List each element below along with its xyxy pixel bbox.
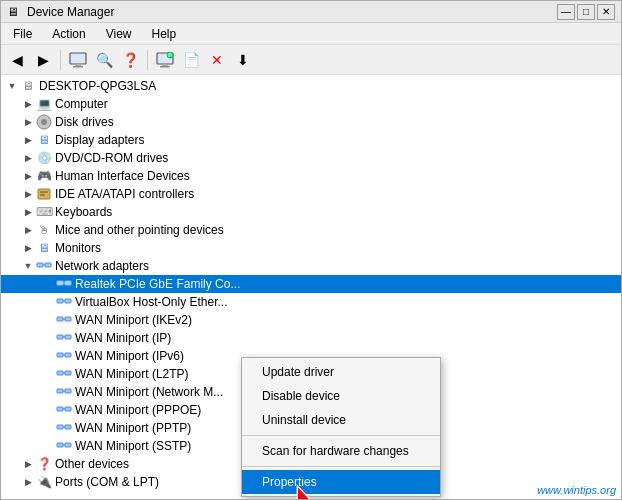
- ctx-separator-2: [242, 466, 440, 467]
- title-bar-controls: — □ ✕: [557, 4, 615, 20]
- menu-view[interactable]: View: [98, 25, 140, 43]
- disk-icon: [36, 114, 52, 130]
- no-expand: [41, 277, 55, 291]
- expand-root[interactable]: ▼: [5, 79, 19, 93]
- item-label: WAN Miniport (SSTP): [75, 439, 191, 453]
- svg-rect-22: [57, 317, 63, 321]
- item-label: WAN Miniport (Network M...: [75, 385, 223, 399]
- ctx-scan-changes[interactable]: Scan for hardware changes: [242, 439, 440, 463]
- item-label: Keyboards: [55, 205, 112, 219]
- item-label: VirtualBox Host-Only Ether...: [75, 295, 228, 309]
- toolbar-separator-2: [147, 50, 148, 70]
- item-label: Disk drives: [55, 115, 114, 129]
- tree-item[interactable]: ▶ 💿 DVD/CD-ROM drives: [1, 149, 621, 167]
- ctx-disable-device[interactable]: Disable device: [242, 384, 440, 408]
- expand-hid[interactable]: ▶: [21, 169, 35, 183]
- tree-root[interactable]: ▼ 🖥 DESKTOP-QPG3LSA: [1, 77, 621, 95]
- monitor-button[interactable]: +: [153, 48, 177, 72]
- main-content: ▼ 🖥 DESKTOP-QPG3LSA ▶ 💻 Computer ▶ Disk …: [1, 75, 621, 499]
- tree-item[interactable]: VirtualBox Host-Only Ether...: [1, 293, 621, 311]
- tree-item[interactable]: ▶ 🖱 Mice and other pointing devices: [1, 221, 621, 239]
- tree-item[interactable]: ▶ IDE ATA/ATAPI controllers: [1, 185, 621, 203]
- svg-rect-35: [65, 389, 71, 393]
- item-label: WAN Miniport (L2TP): [75, 367, 189, 381]
- item-label: WAN Miniport (PPTP): [75, 421, 191, 435]
- menu-file[interactable]: File: [5, 25, 40, 43]
- ctx-uninstall-device[interactable]: Uninstall device: [242, 408, 440, 432]
- computer-icon: 💻: [36, 96, 52, 112]
- close-button[interactable]: ✕: [597, 4, 615, 20]
- item-label: Computer: [55, 97, 108, 111]
- tree-item[interactable]: ▶ ⌨ Keyboards: [1, 203, 621, 221]
- mouse-icon: 🖱: [36, 222, 52, 238]
- wan-icon: [56, 420, 72, 436]
- forward-button[interactable]: ▶: [31, 48, 55, 72]
- item-label: Network adapters: [55, 259, 149, 273]
- tree-item[interactable]: ▼ Network adapters: [1, 257, 621, 275]
- computer-icon: 🖥: [20, 78, 36, 94]
- menu-action[interactable]: Action: [44, 25, 93, 43]
- other-icon: ❓: [36, 456, 52, 472]
- item-label: WAN Miniport (IKEv2): [75, 313, 192, 327]
- expand-monitors[interactable]: ▶: [21, 241, 35, 255]
- tree-item[interactable]: WAN Miniport (IKEv2): [1, 311, 621, 329]
- ctx-separator-1: [242, 435, 440, 436]
- svg-rect-0: [70, 53, 86, 64]
- back-button[interactable]: ◀: [5, 48, 29, 72]
- toolbar: ◀ ▶ 🔍 ❓ + 📄 ✕ ⬇: [1, 45, 621, 75]
- tree-item[interactable]: ▶ 🖥 Monitors: [1, 239, 621, 257]
- wan-icon: [56, 438, 72, 454]
- svg-rect-4: [162, 64, 168, 66]
- item-label: Other devices: [55, 457, 129, 471]
- help-button[interactable]: ❓: [118, 48, 142, 72]
- tree-item[interactable]: ▶ Disk drives: [1, 113, 621, 131]
- maximize-button[interactable]: □: [577, 4, 595, 20]
- wan-icon: [56, 366, 72, 382]
- expand-dvd[interactable]: ▶: [21, 151, 35, 165]
- item-label: Mice and other pointing devices: [55, 223, 224, 237]
- menu-help[interactable]: Help: [144, 25, 185, 43]
- keyboard-icon: ⌨: [36, 204, 52, 220]
- ctx-update-driver[interactable]: Update driver: [242, 360, 440, 384]
- svg-rect-31: [57, 371, 63, 375]
- computer-button[interactable]: [66, 48, 90, 72]
- tree-item[interactable]: ▶ 🎮 Human Interface Devices: [1, 167, 621, 185]
- search-button[interactable]: 🔍: [92, 48, 116, 72]
- item-label: WAN Miniport (IPv6): [75, 349, 184, 363]
- expand-network[interactable]: ▼: [21, 259, 35, 273]
- svg-rect-16: [57, 281, 63, 285]
- tree-item[interactable]: ▶ 💻 Computer: [1, 95, 621, 113]
- minimize-button[interactable]: —: [557, 4, 575, 20]
- title-bar-icon: 🖥: [7, 5, 21, 19]
- svg-rect-43: [57, 443, 63, 447]
- expand-display[interactable]: ▶: [21, 133, 35, 147]
- ide-icon: [36, 186, 52, 202]
- svg-rect-11: [40, 191, 48, 193]
- display-icon: 🖥: [36, 132, 52, 148]
- expand-ide[interactable]: ▶: [21, 187, 35, 201]
- expand-keyboard[interactable]: ▶: [21, 205, 35, 219]
- item-label: Human Interface Devices: [55, 169, 190, 183]
- svg-rect-19: [57, 299, 63, 303]
- svg-rect-12: [40, 194, 45, 196]
- expand-disk[interactable]: ▶: [21, 115, 35, 129]
- download-button[interactable]: ⬇: [231, 48, 255, 72]
- document-button[interactable]: 📄: [179, 48, 203, 72]
- svg-rect-5: [160, 66, 170, 68]
- network-icon: [36, 258, 52, 274]
- tree-item[interactable]: WAN Miniport (IP): [1, 329, 621, 347]
- virtualbox-icon: [56, 294, 72, 310]
- realtek-icon: [56, 276, 72, 292]
- expand-computer[interactable]: ▶: [21, 97, 35, 111]
- ports-icon: 🔌: [36, 474, 52, 490]
- wan-icon: [56, 330, 72, 346]
- expand-ports[interactable]: ▶: [21, 475, 35, 489]
- expand-mice[interactable]: ▶: [21, 223, 35, 237]
- remove-button[interactable]: ✕: [205, 48, 229, 72]
- tree-item[interactable]: ▶ 🖥 Display adapters: [1, 131, 621, 149]
- svg-rect-13: [37, 263, 43, 267]
- expand-other[interactable]: ▶: [21, 457, 35, 471]
- svg-rect-29: [65, 353, 71, 357]
- tree-item-realtek[interactable]: Realtek PCIe GbE Family Co...: [1, 275, 621, 293]
- ctx-properties[interactable]: Properties: [242, 470, 440, 494]
